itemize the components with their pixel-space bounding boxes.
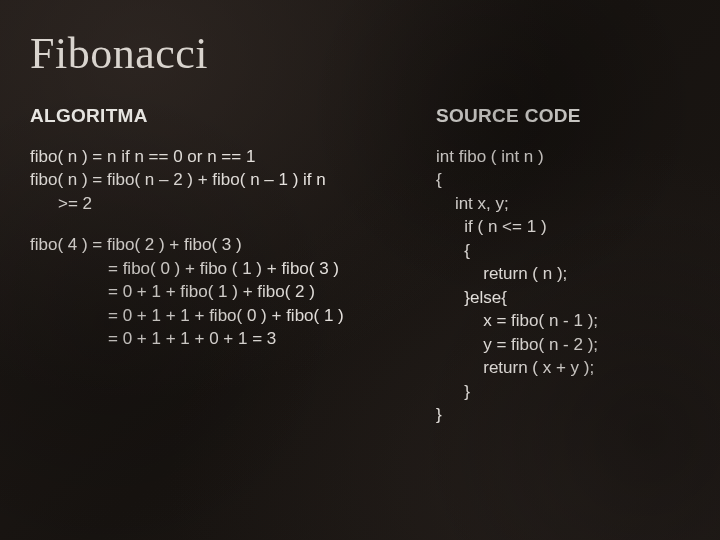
rule-line: >= 2 xyxy=(30,192,400,215)
algorithm-rules: fibo( n ) = n if n == 0 or n == 1 fibo( … xyxy=(30,145,400,215)
algorithm-column: ALGORITMA fibo( n ) = n if n == 0 or n =… xyxy=(30,105,400,426)
example-line: = 0 + 1 + 1 + fibo( 0 ) + fibo( 1 ) xyxy=(30,304,400,327)
example-line: = 0 + 1 + fibo( 1 ) + fibo( 2 ) xyxy=(30,280,400,303)
source-code-column: SOURCE CODE int fibo ( int n ) { int x, … xyxy=(436,105,690,426)
slide-title: Fibonacci xyxy=(30,28,690,79)
example-line: fibo( 4 ) = fibo( 2 ) + fibo( 3 ) xyxy=(30,233,400,256)
rule-line: fibo( n ) = n if n == 0 or n == 1 xyxy=(30,145,400,168)
example-line: = 0 + 1 + 1 + 0 + 1 = 3 xyxy=(30,327,400,350)
rule-line: fibo( n ) = fibo( n – 2 ) + fibo( n – 1 … xyxy=(30,168,400,191)
two-column-layout: ALGORITMA fibo( n ) = n if n == 0 or n =… xyxy=(30,105,690,426)
example-line: = fibo( 0 ) + fibo ( 1 ) + fibo( 3 ) xyxy=(30,257,400,280)
code-listing: int fibo ( int n ) { int x, y; if ( n <=… xyxy=(436,145,690,426)
algorithm-example: fibo( 4 ) = fibo( 2 ) + fibo( 3 ) = fibo… xyxy=(30,233,400,350)
algorithm-heading: ALGORITMA xyxy=(30,105,400,127)
source-code-heading: SOURCE CODE xyxy=(436,105,690,127)
